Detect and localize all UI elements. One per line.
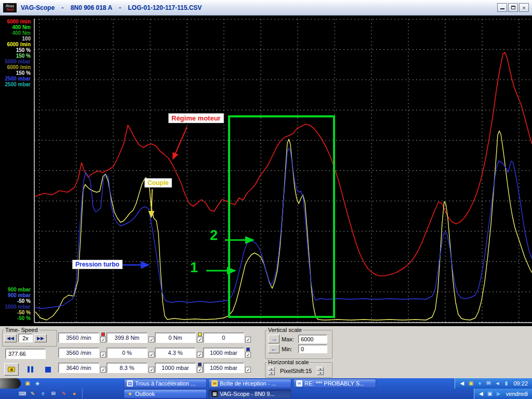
- min-value-input[interactable]: 0: [298, 344, 327, 353]
- antivirus-icon[interactable]: ♦: [476, 379, 483, 388]
- restore-button[interactable]: [508, 3, 518, 12]
- channel-checkbox[interactable]: ✓: [100, 352, 106, 357]
- channel-cell-side: ✓: [100, 332, 107, 342]
- scale-up-button[interactable]: →: [268, 335, 280, 343]
- chart-axes: [34, 19, 532, 323]
- channel-value-field[interactable]: 0 Nm: [155, 332, 196, 343]
- channel-value-field[interactable]: 3560 /min: [58, 332, 99, 343]
- channel-value-field[interactable]: 0: [203, 332, 244, 343]
- channel-color-indicator: [198, 332, 202, 336]
- channel-cell: 8.3 %✓: [107, 360, 155, 375]
- channel-cell-side: ✓: [197, 348, 203, 357]
- channel-value-field[interactable]: 399.8 Nm: [107, 332, 148, 343]
- channel-cell: 0 Nm✓: [155, 330, 203, 345]
- channel-values-grid: 3560 /min✓399.8 Nm✓0 Nm✓0✓3560 /min✓0 %✓…: [58, 330, 251, 375]
- tray-chevron-icon[interactable]: ◀: [458, 379, 466, 388]
- mail-notify-icon[interactable]: ✉: [485, 379, 492, 388]
- stop-button[interactable]: [42, 364, 54, 375]
- horizontal-scale-title: Horizontal scale: [267, 359, 310, 365]
- channel-value-field[interactable]: 8.3 %: [107, 363, 148, 373]
- media-player-icon[interactable]: ▶: [495, 389, 502, 398]
- scale-label: 6000 /min: [0, 19, 32, 24]
- channel-cell-side: ✓: [100, 363, 107, 373]
- messenger-icon[interactable]: ▣: [467, 379, 474, 388]
- oscilloscope-chart: [0, 16, 532, 326]
- channel-checkbox[interactable]: ✓: [100, 337, 106, 342]
- taskbar-button-label: RE: *** PROBABLY S...: [304, 380, 364, 387]
- channel-value-field[interactable]: 3640 /min: [58, 363, 99, 373]
- spin-down-icon[interactable]: ▼: [268, 371, 275, 375]
- pen-red-icon[interactable]: ✎: [60, 389, 68, 398]
- vertical-scale-max-labels: 6000 /min400 Nm400 Nm1006000 /min150 %15…: [0, 19, 32, 87]
- channel-checkbox[interactable]: ✓: [149, 337, 154, 342]
- network-icon[interactable]: ▮: [502, 379, 510, 388]
- channel-checkbox[interactable]: ✓: [197, 337, 203, 342]
- channel-color-indicator: [198, 363, 202, 366]
- close-button[interactable]: ×: [519, 3, 529, 12]
- channel-value-field[interactable]: 3560 /min: [58, 348, 99, 358]
- trace-boost-pressure: [35, 148, 532, 309]
- channel-value-field[interactable]: 1000 mbar: [203, 348, 244, 358]
- max-value-input[interactable]: 6000: [298, 335, 327, 343]
- taskbar-button[interactable]: ■Outlook: [124, 389, 207, 398]
- network-computers-icon[interactable]: ▣: [486, 389, 494, 398]
- snapshot-button[interactable]: [4, 363, 19, 376]
- pixelshift-left-spinner[interactable]: ▲ ▼: [268, 367, 275, 375]
- taskbar-button[interactable]: ✉RE: *** PROBABLY S...: [293, 379, 376, 388]
- pixelshift-right-spinner[interactable]: ▲ ▼: [317, 367, 324, 375]
- taskbar-button[interactable]: ▦VAG-Scope - 8N0 9...: [208, 389, 291, 398]
- scale-down-button[interactable]: ←: [268, 344, 280, 353]
- system-tray-row2: ◀▣▶ vendredi: [474, 389, 532, 399]
- channel-checkbox[interactable]: ✓: [245, 367, 251, 373]
- channel-checkbox[interactable]: ✓: [149, 367, 154, 373]
- scale-label: 2500 mbar: [0, 76, 32, 82]
- forward-button[interactable]: ▶▶: [34, 334, 47, 342]
- scale-label: 400 Nm: [0, 30, 32, 36]
- taskbar-button[interactable]: ▤Trous à l'accélération ...: [124, 379, 207, 388]
- tray-app-light-icon[interactable]: ◈: [34, 379, 41, 388]
- scale-label: 5000 mbar: [0, 59, 32, 64]
- tray-chevron-icon[interactable]: ◀: [477, 389, 485, 398]
- title-bar: Ross Tech VAG-Scope - 8N0 906 018 A - LO…: [0, 0, 532, 16]
- channel-checkbox[interactable]: ✓: [149, 352, 154, 357]
- scale-label: 400 Nm: [0, 24, 32, 30]
- channel-value-field[interactable]: 0 %: [107, 348, 148, 358]
- channel-cell: 3640 /min✓: [58, 360, 107, 375]
- trace-engine-rpm: [35, 52, 532, 276]
- channel-checkbox[interactable]: ✓: [197, 367, 203, 373]
- scale-label: 900 mbar: [0, 292, 32, 298]
- max-label: Max:: [282, 336, 296, 342]
- channel-cell-side: ✓: [149, 348, 155, 357]
- spin-up-icon[interactable]: ▲: [268, 367, 275, 371]
- taskbar-row1-icons: ▣◈: [24, 378, 41, 389]
- channel-value-field[interactable]: 1000 mbar: [155, 363, 196, 373]
- notes-icon[interactable]: ✎: [29, 389, 36, 398]
- speed-value[interactable]: 2x: [18, 334, 33, 342]
- channel-checkbox[interactable]: ✓: [100, 367, 106, 373]
- task-buttons-row1: ▤Trous à l'accélération ...✉Boîte de réc…: [124, 379, 376, 388]
- volume-icon[interactable]: ◄: [494, 379, 501, 388]
- scale-label: 150 %: [0, 53, 32, 59]
- mail-icon[interactable]: ✉: [50, 389, 57, 398]
- channel-value-field[interactable]: 4.3 %: [155, 348, 196, 358]
- time-speed-title: Time- Speed: [4, 327, 39, 333]
- channel-cell: 399.8 Nm✓: [107, 330, 155, 345]
- pixelshift-value: PixelShift:15: [280, 368, 312, 374]
- day-of-week: vendredi: [506, 391, 528, 397]
- channel-checkbox[interactable]: ✓: [197, 352, 203, 357]
- tray1-icons: ◀▣♦✉◄▮: [458, 379, 510, 388]
- taskbar-button-label: Trous à l'accélération ...: [135, 380, 195, 387]
- channel-value-field[interactable]: 1050 mbar: [203, 363, 244, 373]
- browser-ie-icon[interactable]: e: [39, 389, 47, 398]
- browser-firefox-icon[interactable]: ●: [71, 389, 78, 398]
- minimize-button[interactable]: [497, 3, 507, 12]
- taskbar-button[interactable]: ✉Boîte de réception - ...: [208, 379, 291, 388]
- outlook-folder-icon: ■: [127, 391, 133, 397]
- rewind-button[interactable]: ◀◀: [4, 334, 17, 342]
- start-button[interactable]: [0, 378, 21, 389]
- channel-checkbox[interactable]: ✓: [245, 352, 251, 357]
- channel-checkbox[interactable]: ✓: [245, 337, 251, 342]
- pause-button[interactable]: [24, 364, 36, 375]
- keyboard-layout-icon[interactable]: ⌨: [19, 389, 26, 398]
- tray-app-yellow-icon[interactable]: ▣: [24, 379, 31, 388]
